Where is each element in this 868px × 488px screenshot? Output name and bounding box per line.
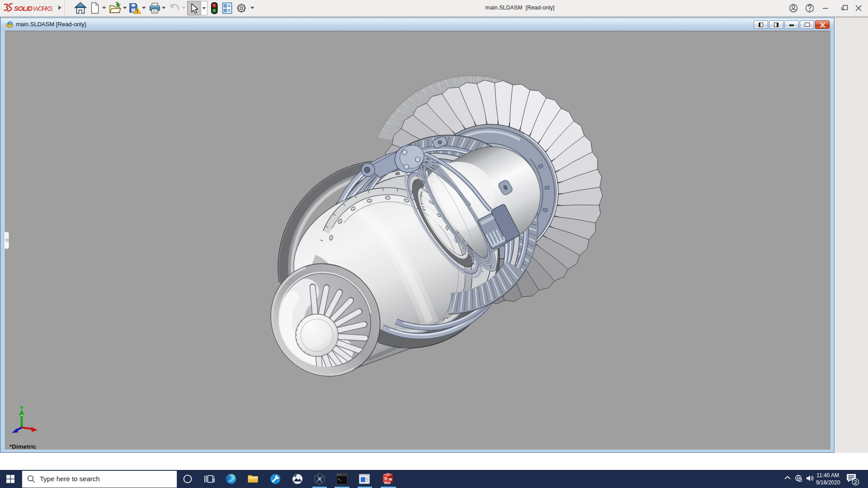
svg-text:2020: 2020 [384, 481, 391, 484]
svg-text:>_: >_ [338, 478, 342, 481]
svg-text:C:\: C:\ [338, 474, 341, 476]
svg-text:S: S [384, 476, 387, 481]
svg-text:*Dimetric: *Dimetric [9, 443, 37, 450]
svg-text:2: 2 [854, 479, 857, 485]
svg-text:x: x [37, 422, 40, 427]
